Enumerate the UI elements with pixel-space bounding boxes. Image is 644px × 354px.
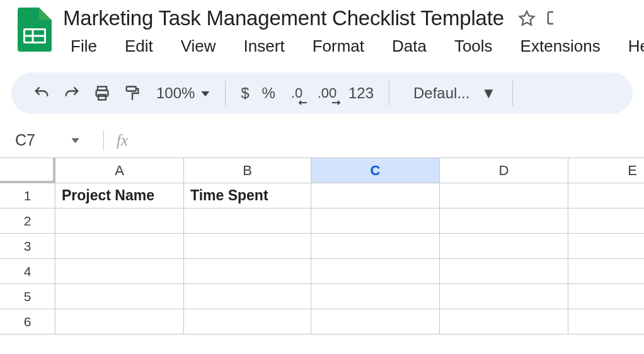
percent-button[interactable]: % [256,84,282,102]
increase-decimal-button[interactable]: .00 [312,78,342,108]
toolbar-separator [512,81,513,106]
cell[interactable] [440,234,568,259]
menu-extensions[interactable]: Extensions [507,34,614,60]
cell[interactable] [55,284,184,309]
row-header[interactable]: 3 [0,234,55,259]
formula-input[interactable] [135,123,644,157]
row-header[interactable]: 5 [0,284,55,309]
cell[interactable] [568,208,644,234]
row-header[interactable]: 4 [0,259,55,284]
caret-down-icon: ▼ [198,88,212,98]
cell[interactable] [568,309,644,334]
menu-file[interactable]: File [57,34,111,60]
zoom-dropdown[interactable]: 100% ▼ [147,84,216,102]
cell[interactable] [440,284,568,309]
column-header[interactable]: B [184,158,311,183]
cell[interactable] [184,284,311,309]
cell[interactable] [568,284,644,309]
cell[interactable] [311,234,440,259]
caret-down-icon: ▼ [481,84,496,102]
currency-button[interactable]: $ [234,84,255,102]
column-header[interactable]: C [311,158,440,183]
redo-button[interactable] [57,78,87,108]
cell[interactable] [311,259,440,284]
print-button[interactable] [87,78,117,108]
menu-format[interactable]: Format [299,34,378,60]
toolbar-separator [389,81,389,106]
menu-insert[interactable]: Insert [230,34,299,60]
cell[interactable] [184,234,311,259]
font-dropdown[interactable]: Defaul... ▼ [398,84,503,102]
paint-format-button[interactable] [117,78,147,108]
menu-bar: File Edit View Insert Format Data Tools … [57,34,644,60]
number-format-button[interactable]: 123 [342,84,380,102]
formula-bar: C7 ▼ fx [0,123,644,158]
menu-view[interactable]: View [167,34,230,60]
move-icon[interactable] [546,9,553,28]
name-box-value: C7 [15,131,35,149]
row-header[interactable]: 6 [0,309,55,334]
svg-rect-4 [127,87,136,91]
cell[interactable] [568,234,644,259]
caret-down-icon: ▼ [69,135,82,145]
cell[interactable] [440,208,568,234]
row-header[interactable]: 1 [0,183,55,208]
menu-edit[interactable]: Edit [111,34,167,60]
zoom-value: 100% [156,84,195,102]
app-header: Marketing Task Management Checklist Temp… [0,0,644,60]
name-box[interactable]: C7 ▼ [0,131,93,149]
cell[interactable] [55,259,184,284]
svg-rect-0 [548,12,553,24]
cell[interactable] [55,309,184,334]
star-icon[interactable] [518,9,536,27]
cell[interactable] [440,309,568,334]
cell[interactable] [568,259,644,284]
cell[interactable] [311,208,440,234]
column-header[interactable]: D [440,158,568,183]
cell[interactable] [184,309,311,334]
cell[interactable] [184,208,311,234]
row-header[interactable]: 2 [0,208,55,234]
menu-data[interactable]: Data [378,34,440,60]
cell[interactable]: Project Name [55,183,184,208]
toolbar: 100% ▼ $ % .0 .00 123 Defaul... ▼ [11,72,633,114]
sheets-logo[interactable] [18,8,52,52]
cell[interactable] [184,259,311,284]
menu-help[interactable]: Help [614,34,644,60]
undo-button[interactable] [26,78,57,108]
font-name: Defaul... [413,84,469,102]
cell[interactable] [55,234,184,259]
column-header[interactable]: A [55,158,184,183]
column-header[interactable]: E [568,158,644,183]
cell[interactable] [55,208,184,234]
cell[interactable]: Time Spent [184,183,311,208]
decrease-decimal-button[interactable]: .0 [282,78,312,108]
toolbar-separator [225,81,226,106]
cell[interactable] [440,183,568,208]
cell[interactable] [440,259,568,284]
select-all-cell[interactable] [0,158,55,183]
spreadsheet-grid[interactable]: ABCDE1Project NameTime Spent23456 [0,158,644,334]
menu-tools[interactable]: Tools [440,34,507,60]
fx-separator [103,130,104,151]
document-title[interactable]: Marketing Task Management Checklist Temp… [63,6,504,30]
cell[interactable] [311,309,440,334]
cell[interactable] [568,183,644,208]
cell[interactable] [311,284,440,309]
fx-icon: fx [117,132,128,149]
cell[interactable] [311,183,440,208]
